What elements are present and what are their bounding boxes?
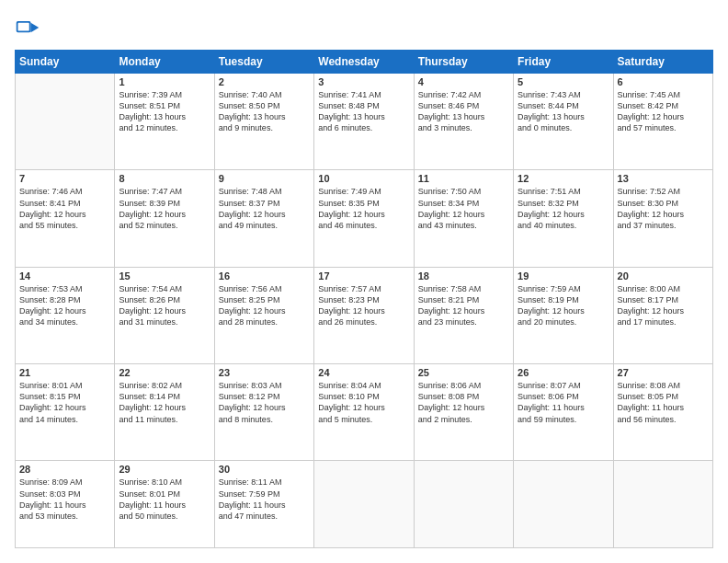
calendar-cell: 2Sunrise: 7:40 AM Sunset: 8:50 PM Daylig… bbox=[214, 74, 313, 170]
calendar-cell: 23Sunrise: 8:03 AM Sunset: 8:12 PM Dayli… bbox=[214, 364, 313, 461]
calendar-week-1: 7Sunrise: 7:46 AM Sunset: 8:41 PM Daylig… bbox=[16, 170, 713, 267]
cell-info: Sunrise: 7:56 AM Sunset: 8:25 PM Dayligh… bbox=[219, 283, 310, 328]
calendar-cell: 29Sunrise: 8:10 AM Sunset: 8:01 PM Dayli… bbox=[115, 461, 214, 548]
cell-info: Sunrise: 7:50 AM Sunset: 8:34 PM Dayligh… bbox=[418, 186, 509, 231]
calendar-header-row: SundayMondayTuesdayWednesdayThursdayFrid… bbox=[16, 51, 713, 74]
day-number: 21 bbox=[19, 367, 110, 378]
calendar-table: SundayMondayTuesdayWednesdayThursdayFrid… bbox=[15, 50, 713, 548]
cell-info: Sunrise: 7:58 AM Sunset: 8:21 PM Dayligh… bbox=[418, 283, 509, 328]
day-number: 7 bbox=[19, 173, 110, 184]
day-number: 22 bbox=[119, 367, 210, 378]
calendar-week-0: 1Sunrise: 7:39 AM Sunset: 8:51 PM Daylig… bbox=[16, 74, 713, 170]
cell-info: Sunrise: 7:48 AM Sunset: 8:37 PM Dayligh… bbox=[219, 186, 310, 231]
day-number: 15 bbox=[119, 270, 210, 282]
header bbox=[15, 15, 713, 40]
calendar-cell: 9Sunrise: 7:48 AM Sunset: 8:37 PM Daylig… bbox=[214, 170, 313, 267]
day-number: 29 bbox=[119, 464, 210, 475]
weekday-header-wednesday: Wednesday bbox=[314, 51, 414, 74]
calendar-cell: 26Sunrise: 8:07 AM Sunset: 8:06 PM Dayli… bbox=[514, 364, 613, 461]
calendar-week-3: 21Sunrise: 8:01 AM Sunset: 8:15 PM Dayli… bbox=[16, 364, 713, 461]
cell-info: Sunrise: 7:40 AM Sunset: 8:50 PM Dayligh… bbox=[219, 89, 310, 134]
day-number: 20 bbox=[618, 270, 709, 282]
cell-info: Sunrise: 8:10 AM Sunset: 8:01 PM Dayligh… bbox=[119, 477, 210, 522]
svg-marker-1 bbox=[31, 23, 40, 33]
day-number: 13 bbox=[618, 173, 709, 184]
calendar-cell: 14Sunrise: 7:53 AM Sunset: 8:28 PM Dayli… bbox=[16, 267, 115, 363]
calendar-cell: 1Sunrise: 7:39 AM Sunset: 8:51 PM Daylig… bbox=[115, 74, 214, 170]
calendar-cell bbox=[414, 461, 513, 548]
calendar-cell: 12Sunrise: 7:51 AM Sunset: 8:32 PM Dayli… bbox=[514, 170, 613, 267]
cell-info: Sunrise: 7:39 AM Sunset: 8:51 PM Dayligh… bbox=[119, 89, 210, 134]
calendar-cell: 10Sunrise: 7:49 AM Sunset: 8:35 PM Dayli… bbox=[314, 170, 414, 267]
cell-info: Sunrise: 7:59 AM Sunset: 8:19 PM Dayligh… bbox=[518, 283, 609, 328]
day-number: 16 bbox=[219, 270, 310, 282]
day-number: 26 bbox=[518, 367, 609, 378]
day-number: 3 bbox=[318, 76, 409, 87]
calendar-cell: 11Sunrise: 7:50 AM Sunset: 8:34 PM Dayli… bbox=[414, 170, 513, 267]
calendar-cell bbox=[16, 74, 115, 170]
day-number: 18 bbox=[418, 270, 509, 282]
day-number: 14 bbox=[19, 270, 110, 282]
calendar-body: 1Sunrise: 7:39 AM Sunset: 8:51 PM Daylig… bbox=[16, 74, 713, 548]
cell-info: Sunrise: 8:09 AM Sunset: 8:03 PM Dayligh… bbox=[19, 477, 110, 522]
cell-info: Sunrise: 7:54 AM Sunset: 8:26 PM Dayligh… bbox=[119, 283, 210, 328]
cell-info: Sunrise: 8:00 AM Sunset: 8:17 PM Dayligh… bbox=[618, 283, 709, 328]
calendar-week-4: 28Sunrise: 8:09 AM Sunset: 8:03 PM Dayli… bbox=[16, 461, 713, 548]
cell-info: Sunrise: 7:47 AM Sunset: 8:39 PM Dayligh… bbox=[119, 186, 210, 231]
calendar-cell: 16Sunrise: 7:56 AM Sunset: 8:25 PM Dayli… bbox=[214, 267, 313, 363]
day-number: 1 bbox=[119, 76, 210, 87]
calendar-cell: 30Sunrise: 8:11 AM Sunset: 7:59 PM Dayli… bbox=[214, 461, 313, 548]
cell-info: Sunrise: 7:46 AM Sunset: 8:41 PM Dayligh… bbox=[19, 186, 110, 231]
calendar-cell: 8Sunrise: 7:47 AM Sunset: 8:39 PM Daylig… bbox=[115, 170, 214, 267]
day-number: 17 bbox=[318, 270, 409, 282]
calendar-cell: 28Sunrise: 8:09 AM Sunset: 8:03 PM Dayli… bbox=[16, 461, 115, 548]
weekday-header-sunday: Sunday bbox=[16, 51, 115, 74]
cell-info: Sunrise: 7:49 AM Sunset: 8:35 PM Dayligh… bbox=[318, 186, 409, 231]
calendar-cell: 25Sunrise: 8:06 AM Sunset: 8:08 PM Dayli… bbox=[414, 364, 513, 461]
calendar-cell: 6Sunrise: 7:45 AM Sunset: 8:42 PM Daylig… bbox=[613, 74, 712, 170]
calendar-cell: 21Sunrise: 8:01 AM Sunset: 8:15 PM Dayli… bbox=[16, 364, 115, 461]
calendar-cell bbox=[314, 461, 414, 548]
cell-info: Sunrise: 8:04 AM Sunset: 8:10 PM Dayligh… bbox=[318, 380, 409, 425]
day-number: 9 bbox=[219, 173, 310, 184]
calendar-cell: 3Sunrise: 7:41 AM Sunset: 8:48 PM Daylig… bbox=[314, 74, 414, 170]
day-number: 8 bbox=[119, 173, 210, 184]
calendar-cell: 7Sunrise: 7:46 AM Sunset: 8:41 PM Daylig… bbox=[16, 170, 115, 267]
calendar-cell: 22Sunrise: 8:02 AM Sunset: 8:14 PM Dayli… bbox=[115, 364, 214, 461]
logo bbox=[15, 15, 44, 40]
calendar-cell: 24Sunrise: 8:04 AM Sunset: 8:10 PM Dayli… bbox=[314, 364, 414, 461]
cell-info: Sunrise: 8:01 AM Sunset: 8:15 PM Dayligh… bbox=[19, 380, 110, 425]
cell-info: Sunrise: 7:45 AM Sunset: 8:42 PM Dayligh… bbox=[618, 89, 709, 134]
calendar-cell: 20Sunrise: 8:00 AM Sunset: 8:17 PM Dayli… bbox=[613, 267, 712, 363]
day-number: 10 bbox=[318, 173, 409, 184]
day-number: 25 bbox=[418, 367, 509, 378]
cell-info: Sunrise: 8:07 AM Sunset: 8:06 PM Dayligh… bbox=[518, 380, 609, 425]
calendar-cell bbox=[613, 461, 712, 548]
day-number: 6 bbox=[618, 76, 709, 87]
calendar-cell: 18Sunrise: 7:58 AM Sunset: 8:21 PM Dayli… bbox=[414, 267, 513, 363]
cell-info: Sunrise: 8:03 AM Sunset: 8:12 PM Dayligh… bbox=[219, 380, 310, 425]
page: SundayMondayTuesdayWednesdayThursdayFrid… bbox=[0, 0, 728, 563]
day-number: 12 bbox=[518, 173, 609, 184]
weekday-header-tuesday: Tuesday bbox=[214, 51, 313, 74]
cell-info: Sunrise: 7:53 AM Sunset: 8:28 PM Dayligh… bbox=[19, 283, 110, 328]
day-number: 24 bbox=[318, 367, 409, 378]
cell-info: Sunrise: 8:06 AM Sunset: 8:08 PM Dayligh… bbox=[418, 380, 509, 425]
cell-info: Sunrise: 7:43 AM Sunset: 8:44 PM Dayligh… bbox=[518, 89, 609, 134]
day-number: 4 bbox=[418, 76, 509, 87]
calendar-cell: 27Sunrise: 8:08 AM Sunset: 8:05 PM Dayli… bbox=[613, 364, 712, 461]
logo-icon bbox=[15, 15, 40, 40]
cell-info: Sunrise: 7:57 AM Sunset: 8:23 PM Dayligh… bbox=[318, 283, 409, 328]
cell-info: Sunrise: 8:11 AM Sunset: 7:59 PM Dayligh… bbox=[219, 477, 310, 522]
calendar-cell: 5Sunrise: 7:43 AM Sunset: 8:44 PM Daylig… bbox=[514, 74, 613, 170]
svg-rect-2 bbox=[18, 23, 29, 31]
weekday-header-monday: Monday bbox=[115, 51, 214, 74]
day-number: 23 bbox=[219, 367, 310, 378]
day-number: 19 bbox=[518, 270, 609, 282]
calendar-cell: 15Sunrise: 7:54 AM Sunset: 8:26 PM Dayli… bbox=[115, 267, 214, 363]
cell-info: Sunrise: 7:41 AM Sunset: 8:48 PM Dayligh… bbox=[318, 89, 409, 134]
cell-info: Sunrise: 8:02 AM Sunset: 8:14 PM Dayligh… bbox=[119, 380, 210, 425]
day-number: 30 bbox=[219, 464, 310, 475]
calendar-cell: 4Sunrise: 7:42 AM Sunset: 8:46 PM Daylig… bbox=[414, 74, 513, 170]
day-number: 28 bbox=[19, 464, 110, 475]
